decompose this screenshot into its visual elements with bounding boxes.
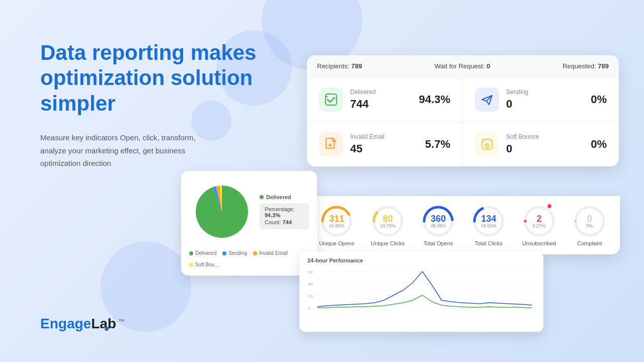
stat-label-1: Sending: [506, 88, 584, 96]
headline: Data reporting makes optimization soluti…: [40, 40, 267, 116]
delivered-dot: [260, 195, 264, 199]
svg-text:20: 20: [308, 294, 313, 299]
subtext: Measure key indicators Open, click, tran…: [40, 131, 201, 170]
logo-lab: Lab: [91, 316, 116, 331]
circle-center-4: 2 0.27%: [533, 214, 546, 228]
pie-card: Delivered Percentage: 94.3% Count: 744 D…: [181, 171, 317, 276]
stat-icon-0: [319, 87, 343, 112]
stats-grid: Delivered 744 94.3% Sending 0 0% Invalid…: [307, 77, 619, 166]
metric-pct-2: 48.38%: [431, 223, 446, 228]
circle-center-0: 311 41.80%: [329, 214, 345, 228]
stat-value-3: 0: [506, 142, 584, 155]
stat-percent-0: 94.3%: [419, 93, 450, 106]
metric-num-3: 134: [481, 214, 497, 223]
pie-container: Delivered Percentage: 94.3% Count: 744: [189, 179, 309, 244]
metric-num-4: 2: [533, 214, 546, 223]
metric-num-1: 80: [380, 214, 395, 223]
wait-label: Wait for Request: 0: [435, 62, 491, 70]
stat-cell-3: Soft Bounce 0 0%: [463, 122, 619, 166]
circle-wrap-0: 311 41.80%: [319, 204, 354, 238]
dashboard-main-card: Recipients: 789 Wait for Request: 0 Requ…: [307, 55, 619, 166]
metric-pct-1: 10.75%: [380, 223, 395, 228]
metric-pct-0: 41.80%: [329, 223, 345, 228]
stat-percent-2: 5.7%: [425, 138, 450, 151]
stat-percent-3: 0%: [591, 138, 607, 151]
metric-label-5: Complaint: [577, 240, 602, 246]
metric-item-3: 134 18.01% Total Clicks: [471, 204, 506, 246]
metric-pct-3: 18.01%: [481, 223, 497, 228]
delivered-label: Delivered: [266, 194, 291, 200]
stat-cell-0: Delivered 744 94.3%: [307, 77, 463, 122]
legend-delivered: Delivered: [189, 250, 216, 256]
svg-text:0: 0: [308, 306, 311, 311]
stat-percent-1: 0%: [591, 93, 607, 106]
metric-pct-4: 0.27%: [533, 223, 546, 228]
stat-info-2: Invalid Email 45: [350, 133, 418, 155]
stat-info-3: Soft Bounce 0: [506, 133, 584, 155]
stat-info-0: Delivered 744: [350, 88, 412, 111]
tooltip-percentage: Percentage: 94.3%: [265, 206, 304, 218]
stat-icon-2: [319, 132, 343, 156]
perf-title: 24-hour Performance: [307, 257, 535, 263]
circle-wrap-3: 134 18.01%: [471, 204, 506, 238]
logo-engage: Engage: [40, 316, 91, 331]
pie-chart: [189, 179, 255, 244]
metric-label-3: Total Clicks: [474, 240, 503, 246]
svg-text:60: 60: [308, 270, 313, 275]
stat-cell-2: Invalid Email 45 5.7%: [307, 122, 463, 166]
circle-wrap-1: 80 10.75%: [371, 204, 405, 238]
metric-item-1: 80 10.75% Unique Clicks: [371, 204, 405, 246]
logo-tm: ™: [118, 318, 124, 325]
legend-soft-bounce: Soft Bou...: [189, 262, 219, 267]
metrics-row: 311 41.80% Unique Opens 80 10.75% Unique…: [306, 196, 620, 254]
circle-center-5: 0 0%: [586, 214, 593, 228]
legend-sending: Sending: [222, 250, 247, 256]
metric-label-4: Unsubscribed: [522, 240, 556, 246]
pie-tooltip: Percentage: 94.3% Count: 744: [260, 203, 309, 229]
stat-label-0: Delivered: [350, 88, 412, 96]
stat-value-0: 744: [350, 98, 412, 111]
stat-value-1: 0: [506, 98, 584, 111]
stat-info-1: Sending 0: [506, 88, 584, 111]
recipients-label: Recipients: 789: [317, 62, 362, 70]
metric-num-0: 311: [329, 214, 345, 223]
tooltip-count: Count: 744: [265, 219, 304, 225]
dashboard-header: Recipients: 789 Wait for Request: 0 Requ…: [307, 55, 619, 77]
circle-center-2: 360 48.38%: [431, 214, 446, 228]
performance-card: 24-hour Performance 60 40 20 0: [299, 251, 543, 332]
stat-label-2: Invalid Email: [350, 133, 418, 140]
svg-rect-3: [326, 138, 334, 148]
stat-value-2: 45: [350, 142, 418, 155]
left-panel: Data reporting makes optimization soluti…: [40, 40, 267, 170]
metric-item-0: 311 41.80% Unique Opens: [319, 204, 354, 246]
requested-label: Requested: 789: [562, 62, 609, 70]
pie-legend-row: Delivered Sending Invalid Email Soft Bou…: [189, 250, 309, 267]
circle-wrap-2: 360 48.38%: [421, 204, 455, 238]
metric-item-2: 360 48.38% Total Opens: [421, 204, 455, 246]
metric-label-2: Total Opens: [424, 240, 453, 246]
legend-invalid: Invalid Email: [253, 250, 288, 256]
metric-num-2: 360: [431, 214, 446, 223]
logo: EngageLab ™: [40, 316, 124, 332]
metric-num-5: 0: [586, 214, 593, 223]
circle-wrap-5: 0 0%: [573, 204, 607, 238]
metric-label-1: Unique Clicks: [371, 240, 405, 246]
circle-wrap-4: 2 0.27%: [522, 204, 556, 238]
metric-pct-5: 0%: [586, 223, 593, 228]
stat-cell-1: Sending 0 0%: [463, 77, 619, 122]
performance-chart: 60 40 20 0: [307, 267, 535, 323]
stat-icon-3: [475, 132, 499, 156]
circle-center-3: 134 18.01%: [481, 214, 497, 228]
metric-item-4: 2 0.27% Unsubscribed: [522, 204, 556, 246]
svg-text:40: 40: [308, 282, 313, 287]
circle-center-1: 80 10.75%: [380, 214, 395, 228]
pie-legend: Delivered Percentage: 94.3% Count: 744: [260, 194, 309, 229]
metric-label-0: Unique Opens: [319, 240, 354, 246]
stat-icon-1: [475, 87, 499, 112]
logo-dot-decoration: [105, 327, 109, 331]
metric-item-5: 0 0% Complaint: [573, 204, 607, 246]
stat-label-3: Soft Bounce: [506, 133, 584, 140]
